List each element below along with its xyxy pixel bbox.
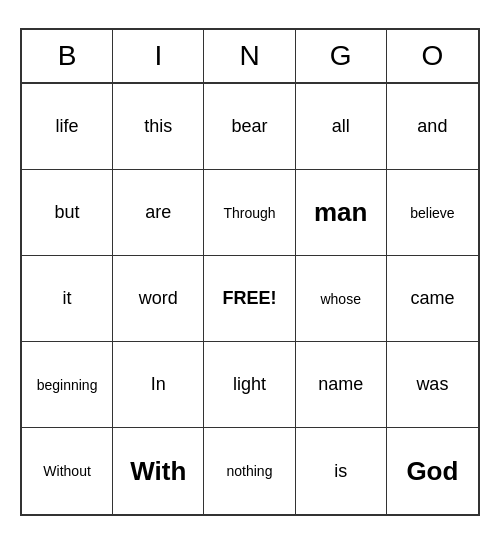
bingo-cell: was (387, 342, 478, 428)
bingo-cell: whose (296, 256, 387, 342)
bingo-cell: believe (387, 170, 478, 256)
bingo-grid: lifethisbearallandbutareThroughmanbeliev… (22, 84, 478, 514)
bingo-cell: and (387, 84, 478, 170)
header-letter: G (296, 30, 387, 82)
header-letter: O (387, 30, 478, 82)
header-letter: B (22, 30, 113, 82)
bingo-cell: light (204, 342, 295, 428)
bingo-cell: In (113, 342, 204, 428)
bingo-cell: this (113, 84, 204, 170)
bingo-cell: name (296, 342, 387, 428)
bingo-cell: Without (22, 428, 113, 514)
bingo-cell: are (113, 170, 204, 256)
bingo-cell: word (113, 256, 204, 342)
bingo-card: BINGO lifethisbearallandbutareThroughman… (20, 28, 480, 516)
header-letter: N (204, 30, 295, 82)
header-letter: I (113, 30, 204, 82)
bingo-cell: came (387, 256, 478, 342)
bingo-cell: Through (204, 170, 295, 256)
bingo-cell: life (22, 84, 113, 170)
bingo-cell: beginning (22, 342, 113, 428)
bingo-cell: is (296, 428, 387, 514)
bingo-cell: it (22, 256, 113, 342)
bingo-cell: all (296, 84, 387, 170)
bingo-cell: bear (204, 84, 295, 170)
bingo-cell: FREE! (204, 256, 295, 342)
bingo-cell: With (113, 428, 204, 514)
bingo-cell: man (296, 170, 387, 256)
bingo-cell: God (387, 428, 478, 514)
bingo-header: BINGO (22, 30, 478, 84)
bingo-cell: nothing (204, 428, 295, 514)
bingo-cell: but (22, 170, 113, 256)
